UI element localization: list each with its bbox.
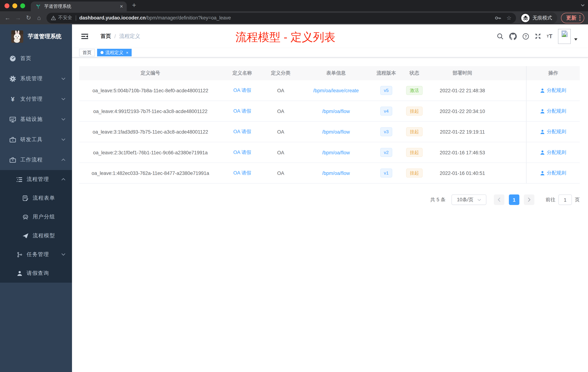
action-label: 分配规则 [547, 108, 566, 114]
sidebar-item-system[interactable]: 系统管理 [0, 69, 72, 89]
assign-rule-link[interactable]: 分配规则 [540, 87, 566, 94]
search-icon[interactable] [497, 33, 504, 40]
header-actions: ? TT [497, 29, 578, 44]
sidebar-item-label: 基础设施 [20, 116, 61, 123]
definition-category: OA [263, 121, 299, 142]
sidebar-item-payment[interactable]: ¥ 支付管理 [0, 89, 72, 109]
sidebar-item-infrastructure[interactable]: 基础设施 [0, 109, 72, 129]
avatar-caret-icon[interactable] [574, 38, 578, 40]
definition-name-link[interactable]: OA 请假 [233, 149, 251, 156]
reload-button[interactable]: ↻ [23, 14, 34, 21]
sidebar-item-workflow[interactable]: 工作流程 [0, 150, 72, 170]
maximize-window-button[interactable] [20, 3, 25, 8]
fullscreen-icon[interactable] [535, 33, 541, 40]
sidebar-item-user-group[interactable]: 用户分组 [0, 208, 72, 226]
page-number-button[interactable]: 1 [509, 194, 519, 205]
yen-icon: ¥ [10, 96, 16, 102]
bookmark-star-icon[interactable]: ☆ [506, 14, 512, 21]
font-size-icon[interactable]: TT [547, 33, 553, 40]
action-label: 分配规则 [547, 128, 566, 135]
definition-name-link[interactable]: OA 请假 [233, 170, 251, 176]
forward-button[interactable]: → [13, 14, 23, 21]
next-page-button[interactable] [524, 194, 534, 205]
person-icon [540, 129, 545, 134]
browser-update-button[interactable]: 更新 [561, 12, 584, 23]
action-label: 分配规则 [547, 149, 566, 156]
tag-label: 首页 [83, 49, 92, 56]
tree-list-icon [17, 176, 22, 182]
close-window-button[interactable] [5, 3, 10, 8]
sidebar-item-label: 任务管理 [27, 251, 61, 258]
prev-page-button[interactable] [494, 194, 504, 205]
definition-id: oa_leave:3:1fad3d93-7b75-11ec-a3c8-acde4… [79, 121, 222, 142]
definition-id: oa_leave:1:482ec033-762a-11ec-8477-a2380… [79, 163, 222, 183]
svg-text:?: ? [525, 34, 527, 38]
column-header: 流程版本 [373, 66, 399, 80]
definition-name-link[interactable]: OA 请假 [233, 128, 251, 135]
form-icon [22, 195, 29, 201]
sidebar-item-label: 首页 [20, 55, 66, 62]
tag-label: 流程定义 [105, 49, 124, 56]
password-key-icon[interactable] [494, 15, 501, 21]
github-icon[interactable] [509, 33, 516, 40]
deployed-time: 2022-01-22 20:34:10 [430, 101, 495, 121]
form-link[interactable]: /bpm/oa/flow [322, 129, 350, 134]
column-header: 操作 [526, 66, 580, 80]
tag-close-icon[interactable]: × [126, 50, 128, 55]
assign-rule-link[interactable]: 分配规则 [540, 128, 566, 135]
table-row: oa_leave:5:004b710b-7b8a-11ec-8ef0-acde4… [79, 80, 580, 101]
sidebar-item-process-management[interactable]: 流程管理 [0, 170, 72, 189]
sidebar-item-task-management[interactable]: 任务管理 [0, 245, 72, 264]
definition-name-link[interactable]: OA 请假 [233, 87, 251, 94]
sidebar-item-process-form[interactable]: 流程表单 [0, 189, 72, 208]
sidebar-item-label: 支付管理 [20, 96, 61, 102]
browser-tab[interactable]: 芋道管理系统 × [31, 1, 127, 11]
version-tag: v1 [380, 169, 392, 178]
deployed-time: 2022-01-22 19:19:11 [430, 121, 495, 142]
toolbox-icon [10, 137, 16, 143]
sidebar-menu: 首页 系统管理 ¥ [0, 48, 72, 170]
logo-avatar [11, 30, 23, 43]
form-link[interactable]: /bpm/oa/leave/create [313, 88, 359, 93]
goto-page-input[interactable] [558, 194, 572, 205]
browser-menu-icon[interactable] [579, 15, 580, 21]
new-tab-button[interactable]: + [132, 1, 136, 9]
app-header: 首页 / 流程定义 流程模型 - 定义列表 [72, 24, 588, 48]
sidebar-item-home[interactable]: 首页 [0, 48, 72, 69]
definition-category: OA [263, 163, 299, 183]
tab-search-chevron-icon[interactable] [580, 4, 585, 7]
form-link[interactable]: /bpm/oa/flow [322, 108, 350, 114]
tag-home[interactable]: 首页 [79, 49, 95, 56]
form-link[interactable]: /bpm/oa/flow [322, 150, 350, 155]
url-bar[interactable]: 不安全 dashboard.yudao.iocoder.cn /bpm/mana… [47, 12, 516, 23]
sidebar-item-dev-tools[interactable]: 研发工具 [0, 130, 72, 150]
home-button[interactable]: ⌂ [34, 14, 44, 21]
person-icon [540, 109, 545, 114]
status-badge: 挂起 [406, 148, 423, 157]
sidebar-collapse-icon[interactable] [81, 33, 89, 39]
sidebar-item-process-model[interactable]: 流程模型 [0, 226, 72, 245]
breadcrumb-home[interactable]: 首页 [101, 33, 111, 40]
person-icon [540, 88, 545, 93]
back-button[interactable]: ← [2, 14, 13, 21]
column-header: 表单信息 [299, 66, 374, 80]
branch-icon [17, 252, 22, 257]
tab-close-icon[interactable]: × [120, 4, 123, 9]
sidebar-item-leave-query[interactable]: 请假查询 [0, 264, 72, 283]
minimize-window-button[interactable] [12, 3, 17, 8]
user-avatar[interactable] [558, 29, 571, 44]
definition-name-link[interactable]: OA 请假 [233, 108, 251, 114]
form-link[interactable]: /bpm/oa/flow [322, 170, 350, 176]
page-size-value: 10条/页 [457, 196, 473, 203]
tag-active-dot [101, 51, 104, 54]
assign-rule-link[interactable]: 分配规则 [540, 170, 566, 176]
page-content: 定义编号 定义名称 定义分类 表单信息 流程版本 状态 部署时间 操作 oa_l… [72, 57, 588, 372]
tag-process-definition[interactable]: 流程定义 × [97, 49, 132, 56]
assign-rule-link[interactable]: 分配规则 [540, 108, 566, 114]
breadcrumb-current: 流程定义 [119, 33, 140, 40]
monitor-icon [10, 116, 16, 122]
help-icon[interactable]: ? [522, 33, 529, 40]
assign-rule-link[interactable]: 分配规则 [540, 149, 566, 156]
page-size-select[interactable]: 10条/页 [452, 194, 486, 205]
browser-window: 芋道管理系统 × + ← → ↻ ⌂ 不安全 dashboard.yudao.i… [0, 0, 588, 372]
